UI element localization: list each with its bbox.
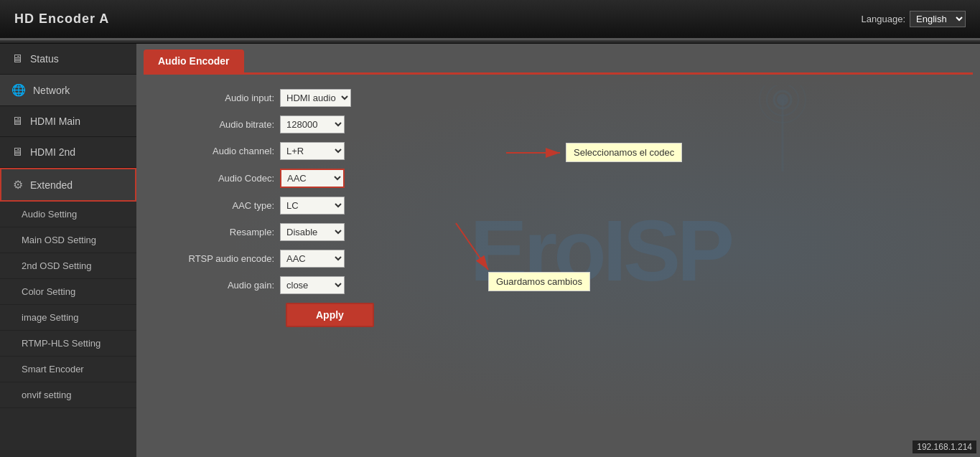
sidebar-item-label: HDMI Main bbox=[30, 116, 80, 127]
audio-channel-label: Audio channel: bbox=[165, 146, 280, 156]
sidebar-sub-color-setting[interactable]: Color Setting bbox=[0, 279, 136, 305]
content-area: EroISP Audio Encoder Audio input: HDMI a… bbox=[136, 44, 980, 457]
hdmi2-icon: 🖥 bbox=[11, 146, 23, 159]
audio-input-select[interactable]: HDMI audio Line In bbox=[280, 89, 351, 107]
resample-select[interactable]: Disable Enable bbox=[280, 223, 345, 241]
sidebar-sub-2nd-osd[interactable]: 2nd OSD Setting bbox=[0, 253, 136, 279]
sidebar-item-label: Network bbox=[33, 85, 70, 96]
sidebar-item-hdmi-2nd[interactable]: 🖥 HDMI 2nd bbox=[0, 137, 136, 168]
language-select[interactable]: English Chinese bbox=[910, 11, 966, 27]
sidebar-sub-main-osd[interactable]: Main OSD Setting bbox=[0, 227, 136, 253]
header: HD Encoder A Language: English Chinese bbox=[0, 0, 980, 39]
sidebar: 🖥 Status 🌐 Network 🖥 HDMI Main 🖥 HDMI 2n… bbox=[0, 44, 136, 457]
sidebar-item-status[interactable]: 🖥 Status bbox=[0, 44, 136, 75]
sidebar-sub-smart-encoder[interactable]: Smart Encoder bbox=[0, 357, 136, 382]
aac-type-label: AAC type: bbox=[165, 200, 280, 211]
sidebar-item-label: HDMI 2nd bbox=[30, 146, 75, 158]
resample-label: Resample: bbox=[165, 227, 280, 237]
sidebar-sub-image-setting[interactable]: image Setting bbox=[0, 305, 136, 331]
form-row-audio-codec: Audio Codec: AAC MP3 G.711 bbox=[165, 169, 951, 188]
callout-apply: Guardamos cambios bbox=[488, 272, 590, 291]
audio-input-label: Audio input: bbox=[165, 93, 280, 103]
apply-button[interactable]: Apply bbox=[286, 303, 374, 327]
sub-item-label: Audio Setting bbox=[22, 209, 77, 220]
gear-icon: ⚙ bbox=[13, 178, 23, 192]
sub-item-label: 2nd OSD Setting bbox=[22, 260, 92, 271]
main-layout: 🖥 Status 🌐 Network 🖥 HDMI Main 🖥 HDMI 2n… bbox=[0, 44, 980, 457]
hdmi-icon: 🖥 bbox=[11, 115, 23, 128]
audio-codec-select[interactable]: AAC MP3 G.711 bbox=[280, 169, 345, 188]
tab-bar: Audio Encoder bbox=[136, 44, 980, 72]
aac-type-select[interactable]: LC HE bbox=[280, 197, 345, 215]
ip-badge: 192.168.1.214 bbox=[912, 440, 977, 454]
sub-item-label: onvif setting bbox=[22, 390, 71, 400]
globe-icon: 🌐 bbox=[11, 83, 26, 97]
sub-item-label: RTMP-HLS Setting bbox=[22, 338, 101, 349]
form-row-resample: Resample: Disable Enable bbox=[165, 223, 951, 241]
audio-bitrate-select[interactable]: 128000 64000 96000 192000 bbox=[280, 116, 345, 133]
sidebar-sub-onvif[interactable]: onvif setting bbox=[0, 382, 136, 408]
sidebar-item-hdmi-main[interactable]: 🖥 HDMI Main bbox=[0, 106, 136, 137]
audio-gain-select[interactable]: close low medium high bbox=[280, 276, 345, 294]
form-row-audio-channel: Audio channel: L+R Left Right bbox=[165, 142, 951, 160]
audio-codec-label: Audio Codec: bbox=[165, 173, 280, 184]
form-row-audio-input: Audio input: HDMI audio Line In bbox=[165, 89, 951, 107]
form-row-aac-type: AAC type: LC HE bbox=[165, 197, 951, 215]
sidebar-item-label: Extended bbox=[30, 179, 73, 191]
sub-item-label: Color Setting bbox=[22, 286, 75, 297]
tab-label: Audio Encoder bbox=[158, 55, 230, 67]
app-title: HD Encoder A bbox=[14, 11, 109, 27]
audio-channel-select[interactable]: L+R Left Right bbox=[280, 142, 345, 160]
rtsp-audio-select[interactable]: AAC MP3 bbox=[280, 250, 345, 268]
monitor-icon: 🖥 bbox=[11, 52, 23, 65]
callout-codec: Seleccionamos el codec bbox=[566, 143, 682, 162]
sidebar-sub-rtmp-hls[interactable]: RTMP-HLS Setting bbox=[0, 331, 136, 357]
sidebar-item-label: Status bbox=[30, 53, 59, 65]
language-area: Language: English Chinese bbox=[862, 11, 966, 27]
audio-bitrate-label: Audio bitrate: bbox=[165, 119, 280, 130]
sub-item-label: image Setting bbox=[22, 312, 79, 323]
apply-button-row: Apply bbox=[165, 303, 951, 327]
sub-item-label: Main OSD Setting bbox=[22, 235, 96, 245]
rtsp-audio-label: RTSP audio encode: bbox=[165, 253, 280, 264]
form-row-rtsp-audio: RTSP audio encode: AAC MP3 bbox=[165, 250, 951, 268]
form-row-audio-bitrate: Audio bitrate: 128000 64000 96000 192000 bbox=[165, 116, 951, 133]
sidebar-sub-audio-setting[interactable]: Audio Setting bbox=[0, 202, 136, 227]
sub-item-label: Smart Encoder bbox=[22, 364, 84, 374]
sidebar-item-network[interactable]: 🌐 Network bbox=[0, 75, 136, 106]
form-area: Audio input: HDMI audio Line In Audio bi… bbox=[136, 75, 980, 350]
language-label: Language: bbox=[862, 14, 905, 24]
sidebar-item-extended[interactable]: ⚙ Extended bbox=[0, 168, 136, 202]
audio-gain-label: Audio gain: bbox=[165, 280, 280, 291]
tab-audio-encoder[interactable]: Audio Encoder bbox=[144, 50, 244, 72]
